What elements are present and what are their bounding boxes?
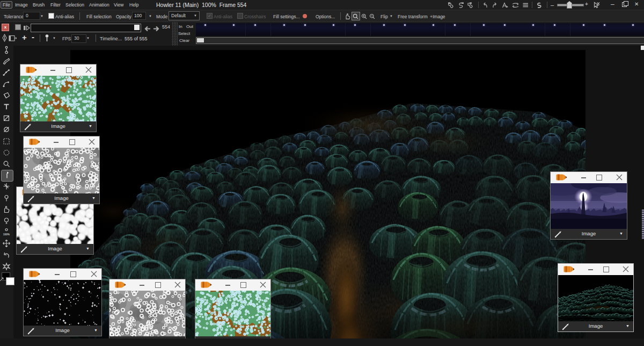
svg-text:100%: 100% — [3, 233, 10, 236]
